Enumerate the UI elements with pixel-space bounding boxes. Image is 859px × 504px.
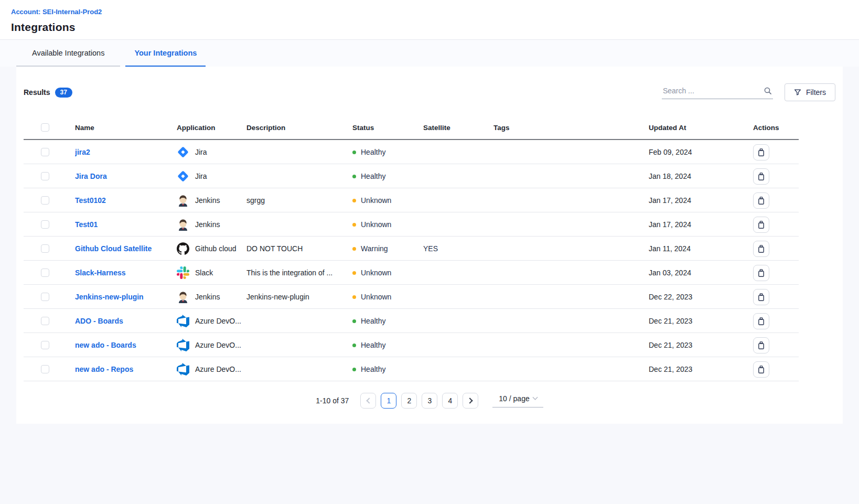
search-icon[interactable] [764, 87, 772, 95]
trash-icon [757, 244, 765, 253]
jenkins-icon [177, 194, 189, 207]
row-checkbox[interactable] [41, 365, 49, 373]
page-size-select[interactable]: 10 / page [492, 394, 543, 408]
integration-name-link[interactable]: Github Cloud Satellite [75, 244, 152, 253]
updated-at-cell: Dec 21, 2023 [649, 365, 737, 373]
tab-available-integrations[interactable]: Available Integrations [16, 40, 120, 67]
delete-integration-button[interactable] [753, 217, 769, 233]
tab-your-integrations[interactable]: Your Integrations [125, 40, 206, 67]
azuredevops-icon [177, 315, 189, 327]
delete-integration-button[interactable] [753, 361, 769, 378]
previous-page-button[interactable] [360, 393, 376, 409]
integration-name-link[interactable]: new ado - Boards [75, 341, 136, 349]
row-checkbox[interactable] [41, 172, 49, 180]
azuredevops-icon [177, 363, 189, 376]
chevron-left-icon [366, 398, 372, 403]
table-row: jira2 Jira Healthy Feb 09, 2024 [24, 140, 835, 164]
page-title: Integrations [11, 21, 859, 34]
table-row: new ado - Boards Azure DevO... Healthy D… [24, 333, 835, 357]
description-cell: This is the integration of ... [246, 269, 352, 277]
updated-at-cell: Jan 11, 2024 [649, 244, 737, 253]
delete-integration-button[interactable] [753, 144, 769, 160]
column-header-description: Description [246, 124, 352, 132]
integration-name-link[interactable]: Jira Dora [75, 172, 107, 180]
status-label: Unknown [361, 220, 391, 229]
trash-icon [757, 220, 765, 229]
status-label: Unknown [361, 293, 391, 301]
delete-integration-button[interactable] [753, 289, 769, 305]
page-header: Account: SEI-Internal-Prod2 Integrations [0, 0, 859, 40]
search-input[interactable] [663, 87, 764, 95]
status-dot [352, 247, 356, 251]
azuredevops-icon [177, 339, 189, 351]
integration-name-link[interactable]: new ado - Repos [75, 365, 133, 373]
status-dot [352, 344, 356, 347]
row-checkbox[interactable] [41, 148, 49, 156]
page-button-2[interactable]: 2 [401, 393, 417, 409]
status-label: Healthy [361, 148, 385, 156]
page-button-3[interactable]: 3 [422, 393, 437, 409]
description-cell: Jenkins-new-plugin [246, 293, 352, 301]
delete-integration-button[interactable] [753, 241, 769, 257]
trash-icon [757, 365, 765, 374]
column-header-name: Name [75, 124, 177, 132]
delete-integration-button[interactable] [753, 168, 769, 185]
delete-integration-button[interactable] [753, 192, 769, 209]
status-label: Healthy [361, 341, 385, 349]
filters-button[interactable]: Filters [785, 83, 835, 101]
search-box [662, 85, 773, 99]
row-checkbox[interactable] [41, 244, 49, 253]
select-all-checkbox[interactable] [41, 123, 49, 132]
integrations-card: Results 37 Filters Name Application Des [16, 67, 843, 424]
row-checkbox[interactable] [41, 220, 49, 229]
delete-integration-button[interactable] [753, 337, 769, 353]
application-label: Slack [195, 269, 213, 277]
trash-icon [757, 293, 765, 302]
pagination: 1-10 of 37 1234 10 / page [16, 393, 843, 409]
column-header-status: Status [352, 124, 423, 132]
integration-name-link[interactable]: Test0102 [75, 196, 106, 205]
table-body: jira2 Jira Healthy Feb 09, 2024 Jira Dor… [24, 140, 835, 381]
status-dot [352, 295, 356, 299]
updated-at-cell: Feb 09, 2024 [649, 148, 737, 156]
delete-integration-button[interactable] [753, 313, 769, 329]
row-checkbox[interactable] [41, 293, 49, 301]
trash-icon [757, 196, 765, 205]
account-breadcrumb-link[interactable]: Account: SEI-Internal-Prod2 [11, 8, 102, 16]
column-header-application: Application [177, 124, 246, 132]
row-checkbox[interactable] [41, 341, 49, 349]
status-dot [352, 151, 356, 154]
integrations-table: Name Application Description Status Sate… [16, 115, 843, 381]
next-page-button[interactable] [463, 393, 478, 409]
trash-icon [757, 172, 765, 181]
status-label: Warning [361, 244, 388, 253]
updated-at-cell: Dec 21, 2023 [649, 341, 737, 349]
row-checkbox[interactable] [41, 196, 49, 205]
integration-name-link[interactable]: jira2 [75, 148, 90, 156]
application-label: Jira [195, 148, 207, 156]
integration-name-link[interactable]: Slack-Harness [75, 269, 126, 277]
updated-at-cell: Jan 18, 2024 [649, 172, 737, 180]
integration-name-link[interactable]: ADO - Boards [75, 317, 123, 325]
application-label: Azure DevO... [195, 365, 241, 373]
updated-at-cell: Jan 17, 2024 [649, 220, 737, 229]
results-group: Results 37 [24, 88, 72, 98]
status-label: Unknown [361, 196, 391, 205]
description-cell: sgrgg [246, 196, 352, 205]
updated-at-cell: Dec 21, 2023 [649, 317, 737, 325]
github-icon [177, 242, 189, 255]
updated-at-cell: Dec 22, 2023 [649, 293, 737, 301]
toolbar-right: Filters [662, 83, 835, 101]
status-label: Unknown [361, 269, 391, 277]
page-button-4[interactable]: 4 [442, 393, 458, 409]
table-header-row: Name Application Description Status Sate… [24, 115, 835, 140]
delete-integration-button[interactable] [753, 265, 769, 281]
row-checkbox[interactable] [41, 269, 49, 277]
description-cell: DO NOT TOUCH [246, 244, 352, 253]
page-button-1[interactable]: 1 [381, 393, 396, 409]
row-checkbox[interactable] [41, 317, 49, 325]
page-number-buttons: 1234 [381, 393, 458, 409]
integration-name-link[interactable]: Jenkins-new-plugin [75, 293, 144, 301]
page-size-value: 10 / page [499, 394, 529, 403]
integration-name-link[interactable]: Test01 [75, 220, 98, 229]
